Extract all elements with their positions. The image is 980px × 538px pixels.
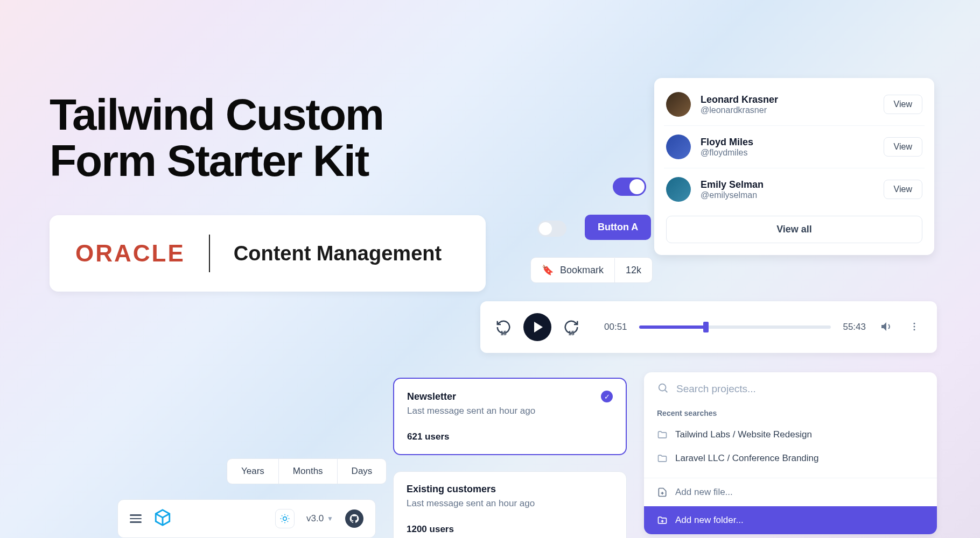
play-button[interactable] <box>523 313 551 341</box>
bookmark-count: 12k <box>614 258 652 282</box>
segment-months[interactable]: Months <box>278 459 337 484</box>
svg-line-13 <box>288 521 288 522</box>
hero-title-line2: Form Starter Kit <box>50 138 383 184</box>
oracle-logo: ORACLE <box>75 240 185 267</box>
oracle-divider <box>209 235 210 272</box>
cube-logo-icon <box>153 508 172 529</box>
person-name: Leonard Krasner <box>701 94 778 105</box>
svg-point-0 <box>914 322 915 324</box>
svg-point-2 <box>914 329 915 330</box>
oracle-card: ORACLE Content Management <box>50 215 486 292</box>
svg-line-17 <box>288 515 288 516</box>
segment-years[interactable]: Years <box>227 459 278 484</box>
search-icon <box>657 382 669 396</box>
recent-searches-heading: Recent searches <box>644 405 937 423</box>
segment-days[interactable]: Days <box>337 459 387 484</box>
bookmark-button[interactable]: 🔖 Bookmark 12k <box>530 257 653 283</box>
more-options-button[interactable] <box>907 319 922 336</box>
view-button[interactable]: View <box>884 180 922 199</box>
bookmark-icon: 🔖 <box>542 264 554 276</box>
version-selector[interactable]: v3.0 ▼ <box>306 513 333 524</box>
recent-search-item[interactable]: Tailwind Labs / Website Redesign <box>644 423 937 447</box>
play-icon <box>534 322 543 332</box>
avatar <box>666 92 691 117</box>
svg-line-16 <box>282 521 282 522</box>
avatar <box>666 177 691 202</box>
view-button[interactable]: View <box>884 95 922 114</box>
person-row: Floyd Miles @floydmiles View <box>664 126 925 168</box>
button-a[interactable]: Button A <box>585 215 651 240</box>
rewind-15-button[interactable]: 15 <box>495 319 512 335</box>
existing-customers-card[interactable]: Existing customers Last message sent an … <box>393 471 627 538</box>
audio-player: 15 15 00:51 55:43 <box>480 301 937 353</box>
existing-subtitle: Last message sent an hour ago <box>407 498 613 509</box>
svg-point-9 <box>283 517 287 521</box>
github-icon <box>349 513 360 524</box>
add-new-file-button[interactable]: Add new file... <box>644 478 937 506</box>
newsletter-users: 621 users <box>407 431 613 442</box>
recent-search-item[interactable]: Laravel LLC / Conference Branding <box>644 447 937 470</box>
folder-plus-icon <box>657 515 668 526</box>
file-plus-icon <box>657 487 668 498</box>
bottom-toolbar: v3.0 ▼ <box>117 499 376 538</box>
people-card: Leonard Krasner @leonardkrasner View Flo… <box>654 78 934 255</box>
segmented-control: Years Months Days <box>227 458 387 484</box>
github-button[interactable] <box>345 509 363 528</box>
svg-point-1 <box>914 325 915 327</box>
svg-point-3 <box>659 384 666 391</box>
theme-toggle-button[interactable] <box>275 509 295 528</box>
folder-icon <box>657 429 668 440</box>
add-new-folder-button[interactable]: Add new folder... <box>644 506 937 534</box>
person-name: Floyd Miles <box>701 137 753 148</box>
toggle-switch-on[interactable] <box>613 178 646 196</box>
existing-title: Existing customers <box>407 484 613 495</box>
person-handle: @emilyselman <box>701 190 764 200</box>
svg-line-12 <box>282 515 282 516</box>
hero-title-line1: Tailwind Custom <box>50 91 383 138</box>
view-all-button[interactable]: View all <box>666 216 922 243</box>
sun-icon <box>279 513 290 524</box>
chevron-down-icon: ▼ <box>327 515 333 522</box>
oracle-subtitle: Content Management <box>234 242 442 265</box>
check-circle-icon: ✓ <box>601 391 613 402</box>
svg-line-4 <box>665 390 667 392</box>
folder-icon <box>657 453 668 464</box>
view-button[interactable]: View <box>884 137 922 157</box>
hero-title: Tailwind Custom Form Starter Kit <box>50 91 383 184</box>
volume-button[interactable] <box>878 318 895 337</box>
newsletter-subtitle: Last message sent an hour ago <box>407 406 613 416</box>
newsletter-card[interactable]: Newsletter ✓ Last message sent an hour a… <box>393 378 627 455</box>
toggle-switch-off[interactable] <box>537 221 566 237</box>
newsletter-title: Newsletter <box>407 391 456 402</box>
forward-15-button[interactable]: 15 <box>563 319 579 335</box>
bookmark-label: Bookmark <box>560 265 604 276</box>
person-name: Emily Selman <box>701 179 764 190</box>
search-panel: Recent searches Tailwind Labs / Website … <box>644 372 937 534</box>
total-time: 55:43 <box>843 322 866 332</box>
avatar <box>666 134 691 159</box>
person-row: Leonard Krasner @leonardkrasner View <box>664 83 925 126</box>
search-input[interactable] <box>676 383 924 395</box>
progress-slider[interactable] <box>639 325 831 329</box>
person-handle: @leonardkrasner <box>701 105 778 115</box>
existing-users: 1200 users <box>407 524 613 535</box>
person-handle: @floydmiles <box>701 148 753 158</box>
current-time: 00:51 <box>604 322 627 332</box>
hamburger-menu-button[interactable] <box>130 514 142 523</box>
person-row: Emily Selman @emilyselman View <box>664 168 925 210</box>
